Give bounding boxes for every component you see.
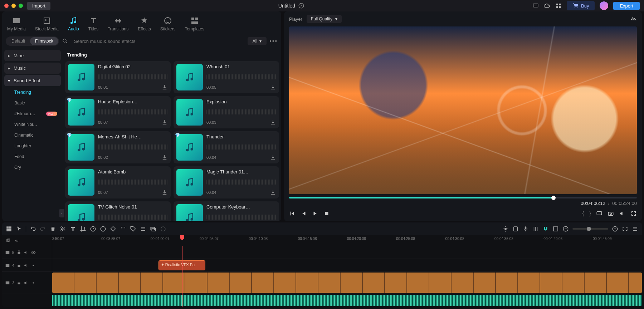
zoom-slider[interactable] bbox=[572, 228, 608, 230]
delete-button[interactable] bbox=[50, 226, 56, 232]
audio-card[interactable]: Whoosh 01 00:05 bbox=[174, 61, 279, 93]
zoom-out-button[interactable] bbox=[562, 226, 569, 232]
undo-button[interactable] bbox=[30, 226, 36, 232]
buy-button[interactable]: Buy bbox=[567, 1, 595, 10]
lock-icon[interactable] bbox=[16, 250, 21, 255]
expand-button[interactable] bbox=[120, 226, 126, 232]
keyframe-button[interactable] bbox=[110, 226, 116, 232]
layout-icon[interactable] bbox=[6, 226, 12, 232]
sidebar-sub-filmorahot[interactable]: #Filmora…HOT bbox=[4, 109, 61, 118]
tab-effects[interactable]: Effects bbox=[134, 14, 154, 33]
render-icon[interactable] bbox=[512, 226, 519, 232]
marker-icon[interactable] bbox=[552, 226, 559, 232]
zoom-knob[interactable] bbox=[587, 227, 591, 231]
track-head-4[interactable]: 4 bbox=[2, 259, 52, 272]
group-icon[interactable] bbox=[150, 226, 156, 232]
download-button[interactable] bbox=[270, 154, 276, 161]
preview-viewport[interactable] bbox=[289, 26, 637, 194]
visibility-icon[interactable] bbox=[31, 280, 36, 285]
crop-button[interactable] bbox=[80, 226, 86, 232]
tab-stickers[interactable]: Stickers bbox=[157, 14, 179, 33]
time-ruler[interactable]: 3:50:0700:03:55:0700:04:00:0700:04:05:07… bbox=[52, 235, 642, 246]
prev-frame-button[interactable] bbox=[289, 210, 296, 217]
scrub-knob[interactable] bbox=[551, 196, 556, 200]
collapse-sidebar-button[interactable]: ‹ bbox=[59, 209, 64, 217]
scope-icon[interactable] bbox=[630, 15, 637, 21]
stop-button[interactable] bbox=[323, 210, 330, 217]
tab-titles[interactable]: Titles bbox=[85, 14, 102, 33]
timeline-options-icon[interactable] bbox=[632, 226, 638, 232]
tab-stock-media[interactable]: Stock Media bbox=[31, 14, 62, 33]
mark-in-button[interactable]: { bbox=[582, 210, 584, 217]
audio-card[interactable]: 💎 Thunder 00:04 bbox=[174, 131, 279, 163]
mark-out-button[interactable]: } bbox=[589, 210, 591, 217]
audio-card[interactable]: 💎 Memes-Ah Shit He… 00:02 bbox=[65, 131, 171, 163]
avatar[interactable] bbox=[600, 1, 608, 10]
audio-card[interactable]: 💎 House Explosion… 00:07 bbox=[65, 96, 171, 128]
audio-card[interactable]: Digital Glitch 02 00:01 bbox=[65, 61, 171, 93]
tab-templates[interactable]: Templates bbox=[181, 14, 208, 33]
track-row-4[interactable]: ✦ Realistic VFX Pa bbox=[52, 259, 642, 272]
play-button[interactable] bbox=[312, 210, 318, 217]
snapshot-button[interactable] bbox=[608, 210, 614, 217]
play-reverse-button[interactable] bbox=[301, 210, 307, 217]
audio-clip[interactable] bbox=[52, 295, 642, 306]
copy-icon[interactable] bbox=[6, 238, 11, 243]
track-head-5[interactable]: 5 bbox=[2, 246, 52, 259]
sidebar-sub-laughter[interactable]: Laughter bbox=[4, 141, 61, 151]
playhead[interactable] bbox=[182, 246, 182, 307]
audio-card[interactable]: Explosion 00:03 bbox=[174, 96, 279, 128]
sidebar-sub-white-noise[interactable]: White Noi… bbox=[4, 120, 61, 129]
download-button[interactable] bbox=[270, 84, 276, 90]
track-row-3[interactable] bbox=[52, 272, 642, 294]
speed-button[interactable] bbox=[90, 226, 96, 232]
tab-my-media[interactable]: My Media bbox=[4, 14, 29, 33]
cursor-icon[interactable] bbox=[16, 226, 22, 232]
fullscreen-button[interactable] bbox=[630, 210, 637, 217]
visibility-icon[interactable] bbox=[31, 263, 36, 268]
search-input[interactable] bbox=[71, 37, 245, 45]
more-options-button[interactable]: ••• bbox=[269, 38, 278, 44]
volume-button[interactable] bbox=[619, 210, 625, 217]
split-button[interactable] bbox=[60, 226, 66, 232]
track-row-audio[interactable] bbox=[52, 294, 642, 307]
close-window[interactable] bbox=[4, 4, 9, 8]
track-row-5[interactable] bbox=[52, 246, 642, 259]
source-default[interactable]: Default bbox=[6, 37, 30, 45]
display-icon[interactable] bbox=[596, 210, 602, 217]
magnet-icon[interactable] bbox=[542, 226, 549, 232]
sidebar-sub-trending[interactable]: Trending bbox=[4, 88, 61, 97]
export-button[interactable]: Export bbox=[613, 2, 640, 10]
audio-card[interactable]: Computer Keyboar… 00:17 bbox=[174, 201, 279, 221]
auto-icon[interactable] bbox=[502, 226, 509, 232]
tracks-area[interactable]: ✦ Realistic VFX Pa bbox=[52, 246, 642, 307]
source-filmstock[interactable]: Filmstock bbox=[30, 37, 58, 45]
tag-icon[interactable] bbox=[130, 226, 136, 232]
video-clip[interactable] bbox=[52, 273, 642, 293]
sidebar-item-mine[interactable]: ▸Mine bbox=[4, 50, 61, 61]
download-button[interactable] bbox=[161, 154, 168, 161]
mute-icon[interactable] bbox=[24, 250, 29, 255]
import-button[interactable]: Import bbox=[27, 2, 50, 10]
sidebar-item-sound-effect[interactable]: ▾Sound Effect bbox=[4, 75, 61, 86]
cloud-upload-icon[interactable] bbox=[544, 3, 550, 9]
link-icon[interactable] bbox=[14, 238, 19, 243]
quality-dropdown[interactable]: Full Quality▾ bbox=[307, 15, 342, 23]
scrub-bar[interactable] bbox=[289, 197, 637, 198]
text-button[interactable] bbox=[70, 226, 76, 232]
zoom-in-button[interactable] bbox=[612, 226, 618, 232]
voiceover-icon[interactable] bbox=[522, 226, 529, 232]
lock-icon[interactable] bbox=[16, 263, 21, 268]
tab-audio[interactable]: Audio bbox=[64, 14, 83, 33]
sidebar-sub-basic[interactable]: Basic bbox=[4, 98, 61, 108]
download-button[interactable] bbox=[161, 189, 168, 196]
sidebar-sub-food[interactable]: Food bbox=[4, 152, 61, 161]
download-button[interactable] bbox=[270, 119, 276, 126]
lock-icon[interactable] bbox=[16, 280, 21, 285]
maximize-window[interactable] bbox=[19, 4, 23, 8]
audio-card[interactable]: TV Glitch Noise 01 00:01 bbox=[65, 201, 171, 221]
download-button[interactable] bbox=[270, 189, 276, 196]
filter-all-dropdown[interactable]: All▾ bbox=[248, 37, 267, 45]
visibility-icon[interactable] bbox=[31, 250, 36, 255]
adjust-icon[interactable] bbox=[140, 226, 146, 232]
